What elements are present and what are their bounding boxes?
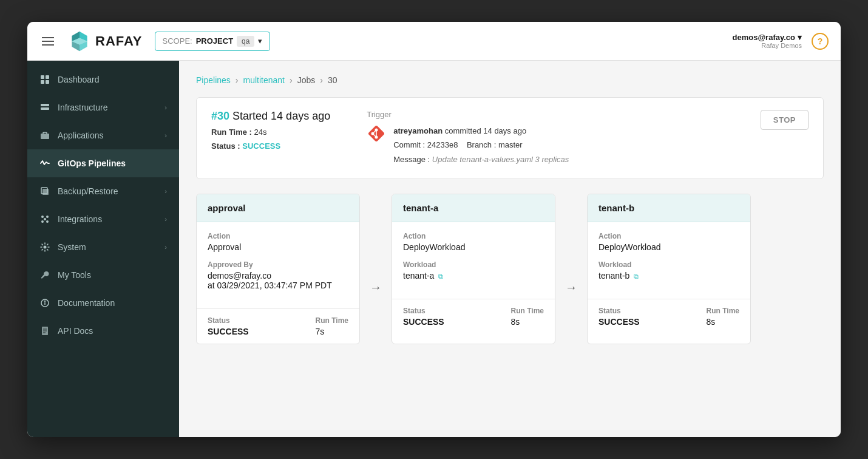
action-value-b: DeployWorkload (598, 242, 739, 252)
sidebar-item-documentation[interactable]: Documentation (27, 289, 179, 317)
stage-body-approval: Action Approval Approved By demos@rafay.… (197, 222, 359, 308)
dropdown-icon: ▾ (798, 33, 802, 42)
breadcrumb: Pipelines › multitenant › Jobs › 30 (196, 75, 824, 85)
trigger-content: atreyamohan committed 14 days ago Commit… (367, 124, 761, 166)
runtime-label: Run Time : (211, 127, 252, 137)
scope-type: PROJECT (196, 36, 233, 46)
committed-time: committed 14 days ago (445, 126, 526, 135)
workload-label-a: Workload (403, 260, 544, 269)
status-label: Status : (211, 141, 240, 151)
footer-runtime-value-a: 8s (511, 317, 544, 327)
sidebar-label-dashboard: Dashboard (58, 75, 100, 84)
pipeline-stages: approval Action Approval Approved By dem… (196, 194, 824, 344)
svg-rect-7 (41, 80, 44, 84)
footer-runtime-label-b: Run Time (707, 307, 739, 315)
svg-point-17 (46, 216, 49, 218)
stage-footer-tenant-a: Status SUCCESS Run Time 8s (392, 299, 555, 334)
breadcrumb-multitenant[interactable]: multitenant (243, 75, 285, 85)
servers-icon (39, 102, 50, 113)
sidebar-item-infrastructure[interactable]: Infrastructure › (27, 93, 179, 121)
svg-rect-5 (41, 75, 44, 79)
stage-card-approval: approval Action Approval Approved By dem… (196, 194, 360, 344)
stop-button[interactable]: STOP (761, 110, 809, 130)
svg-point-11 (47, 104, 48, 106)
action-value: Approval (208, 242, 348, 252)
footer-runtime-col-a: Run Time 8s (511, 307, 544, 327)
sidebar-item-api-docs[interactable]: API Docs (27, 317, 179, 345)
content-area: Pipelines › multitenant › Jobs › 30 #30 … (179, 61, 841, 437)
message-label: Message : (393, 155, 430, 164)
grid-icon (39, 74, 50, 85)
trigger-commit-line: Commit : 24233e8 Branch : master (393, 138, 569, 152)
integrations-icon (39, 214, 50, 225)
sidebar-item-backup[interactable]: Backup/Restore › (27, 177, 179, 205)
footer-runtime-col: Run Time 7s (316, 316, 348, 336)
sidebar-item-system[interactable]: System › (27, 233, 179, 261)
sidebar-label-applications: Applications (58, 131, 104, 140)
svg-point-24 (45, 301, 46, 302)
stage-header-tenant-a: tenant-a (392, 194, 555, 222)
footer-runtime-label-a: Run Time (511, 307, 544, 315)
stage-card-tenant-b: tenant-b Action DeployWorkload Workload … (587, 194, 751, 344)
footer-status-label-b: Status (598, 307, 640, 315)
stage-field-workload-a: Workload tenant-a ⧉ (403, 260, 544, 280)
workload-label-b: Workload (598, 260, 739, 269)
help-button[interactable]: ? (812, 33, 829, 50)
info-circle-icon (39, 298, 50, 308)
sidebar-item-gitops-pipelines[interactable]: GitOps Pipelines (27, 149, 179, 177)
sidebar-label-gitops: GitOps Pipelines (58, 158, 126, 168)
wrench-icon (39, 270, 50, 280)
sidebar-item-integrations[interactable]: Integrations › (27, 205, 179, 233)
header-right: demos@rafay.co ▾ Rafay Demos ? (733, 33, 829, 50)
breadcrumb-jobs: Jobs (297, 75, 316, 85)
stage-header-approval: approval (197, 194, 359, 222)
committer-name: atreyamohan (393, 126, 442, 135)
logo-icon (69, 30, 90, 52)
action-value-a: DeployWorkload (403, 242, 544, 252)
sidebar-item-applications[interactable]: Applications › (27, 121, 179, 149)
sidebar-item-dashboard[interactable]: Dashboard (27, 66, 179, 93)
footer-status-value-a: SUCCESS (403, 317, 444, 327)
scope-selector[interactable]: SCOPE: PROJECT qa (155, 32, 271, 51)
action-label: Action (208, 232, 348, 240)
scope-value-badge: qa (237, 36, 254, 47)
svg-point-18 (41, 220, 44, 223)
trigger-label: Trigger (367, 110, 761, 119)
stage-header-tenant-b: tenant-b (588, 194, 750, 222)
chevron-right-icon: › (164, 104, 167, 111)
status-value: SUCCESS (242, 141, 280, 151)
git-icon (367, 124, 386, 143)
menu-toggle[interactable] (39, 35, 56, 48)
user-email: demos@rafay.co ▾ (733, 33, 802, 42)
app-window: RAFAY SCOPE: PROJECT qa demos@rafay.co ▾… (27, 22, 841, 437)
runtime-value: 24s (254, 127, 267, 137)
job-started: Started 14 days ago (232, 110, 330, 122)
breadcrumb-pipelines[interactable]: Pipelines (196, 75, 231, 85)
chevron-right-icon: › (164, 243, 167, 251)
stage-body-tenant-a: Action DeployWorkload Workload tenant-a … (392, 222, 555, 299)
footer-status-value-b: SUCCESS (598, 317, 640, 327)
breadcrumb-sep-2: › (290, 75, 293, 85)
external-link-icon-b[interactable]: ⧉ (634, 273, 639, 280)
sidebar-label-integrations: Integrations (58, 214, 102, 224)
footer-runtime-value-b: 8s (707, 317, 739, 327)
job-title: #30 Started 14 days ago (211, 110, 330, 123)
footer-status-label: Status (208, 316, 249, 325)
job-status: Status : SUCCESS (211, 141, 330, 151)
user-info[interactable]: demos@rafay.co ▾ Rafay Demos (733, 33, 802, 49)
sidebar-item-my-tools[interactable]: My Tools (27, 261, 179, 289)
commit-message: Update tenant-a-values.yaml 3 replicas (432, 155, 569, 164)
stage-footer-approval: Status SUCCESS Run Time 7s (197, 308, 359, 344)
external-link-icon-a[interactable]: ⧉ (438, 273, 443, 280)
scope-prefix: SCOPE: (163, 36, 192, 46)
footer-status-col-b: Status SUCCESS (598, 307, 640, 327)
job-number: #30 (211, 110, 229, 122)
chevron-right-icon: › (164, 188, 167, 195)
sidebar-label-system: System (58, 242, 86, 252)
stage-field-action: Action Approval (208, 232, 348, 252)
sidebar-label-documentation: Documentation (58, 298, 115, 308)
svg-point-21 (44, 246, 47, 249)
activity-icon (39, 158, 50, 169)
svg-point-12 (47, 108, 48, 109)
svg-point-19 (46, 220, 49, 223)
